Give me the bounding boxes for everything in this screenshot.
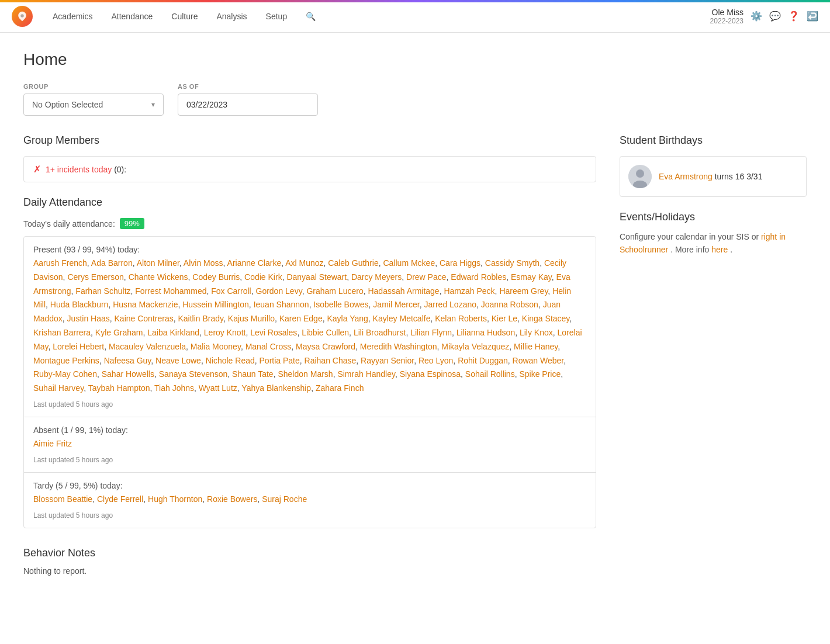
student-link[interactable]: Esmay Kay	[511, 272, 552, 282]
student-link[interactable]: Darcy Meyers	[351, 272, 402, 282]
search-icon[interactable]: 🔍	[302, 8, 319, 25]
student-link[interactable]: Lily Knox	[520, 328, 553, 337]
student-link[interactable]: Rowan Weber	[513, 356, 564, 365]
student-link[interactable]: Callum Mckee	[383, 258, 435, 268]
student-link[interactable]: Hadassah Armitage	[368, 286, 439, 296]
student-link[interactable]: Gordon Levy	[256, 286, 302, 296]
student-link[interactable]: Edward Robles	[451, 272, 506, 282]
student-link[interactable]: Kaine Contreras	[115, 314, 174, 323]
student-link[interactable]: Jarred Lozano	[424, 300, 477, 309]
student-link[interactable]: Alvin Moss	[184, 258, 223, 268]
student-link[interactable]: Forrest Mohammed	[135, 286, 206, 296]
student-link[interactable]: Isobelle Bowes	[313, 300, 368, 309]
student-link[interactable]: Meredith Washington	[360, 342, 437, 351]
student-link[interactable]: Hugh Thornton	[148, 494, 202, 504]
student-link[interactable]: Raihan Chase	[305, 356, 357, 365]
chat-icon[interactable]: 💬	[769, 11, 781, 22]
student-link[interactable]: Mikayla Velazquez	[441, 342, 509, 351]
help-icon[interactable]: ❓	[788, 11, 800, 22]
student-link[interactable]: Libbie Cullen	[302, 328, 349, 337]
student-link[interactable]: Sanaya Stevenson	[159, 369, 228, 379]
student-link[interactable]: Levi Rosales	[250, 328, 297, 337]
asof-input[interactable]	[178, 94, 318, 116]
nav-setup[interactable]: Setup	[258, 7, 296, 26]
student-link[interactable]: Sahar Howells	[102, 369, 154, 379]
student-link[interactable]: Krishan Barrera	[33, 328, 91, 337]
student-link[interactable]: Portia Pate	[260, 356, 300, 365]
back-icon[interactable]: ↩️	[807, 11, 818, 22]
student-link[interactable]: Manal Cross	[245, 342, 292, 351]
nav-culture[interactable]: Culture	[163, 7, 206, 26]
student-link[interactable]: Nichole Read	[206, 356, 255, 365]
student-link[interactable]: Cerys Emerson	[67, 272, 123, 282]
student-link[interactable]: Yahya Blankenship	[241, 383, 311, 393]
student-link[interactable]: Lilian Flynn	[410, 328, 452, 337]
student-link[interactable]: Taybah Hampton	[88, 383, 150, 393]
student-link[interactable]: Kelan Roberts	[435, 314, 487, 323]
student-link[interactable]: Chante Wickens	[129, 272, 188, 282]
student-link[interactable]: Lilianna Hudson	[456, 328, 515, 337]
nav-attendance[interactable]: Attendance	[103, 7, 161, 26]
student-link[interactable]: Joanna Robson	[481, 300, 538, 309]
student-link[interactable]: Kyle Graham	[95, 328, 143, 337]
student-link[interactable]: Rohit Duggan	[458, 356, 508, 365]
gear-icon[interactable]: ⚙️	[751, 11, 762, 22]
student-link[interactable]: Malia Mooney	[191, 342, 241, 351]
student-link[interactable]: Aarush French	[33, 258, 87, 268]
student-link[interactable]: Karen Edge	[279, 314, 323, 323]
student-link[interactable]: Roxie Bowers	[207, 494, 257, 504]
student-link[interactable]: Sohail Rollins	[465, 369, 515, 379]
student-link[interactable]: Jamil Mercer	[373, 300, 419, 309]
birthday-student-link[interactable]: Eva Armstrong	[659, 172, 713, 181]
student-link[interactable]: Kajus Murillo	[228, 314, 275, 323]
student-link[interactable]: Nafeesa Guy	[104, 356, 151, 365]
events-link-here[interactable]: here	[711, 245, 728, 254]
student-link[interactable]: Spike Price	[519, 369, 561, 379]
student-link[interactable]: Hussein Millington	[182, 300, 249, 309]
student-link[interactable]: Kayla Yang	[327, 314, 368, 323]
student-link[interactable]: Leroy Knott	[204, 328, 246, 337]
student-link[interactable]: Reo Lyon	[419, 356, 453, 365]
student-link[interactable]: Zahara Finch	[316, 383, 364, 393]
student-link[interactable]: Shaun Tate	[232, 369, 274, 379]
student-link[interactable]: Alton Milner	[137, 258, 179, 268]
student-link[interactable]: Lili Broadhurst	[354, 328, 406, 337]
student-link[interactable]: Kaitlin Brady	[178, 314, 223, 323]
student-link[interactable]: Tiah Johns	[154, 383, 194, 393]
student-link[interactable]: Kier Le	[492, 314, 517, 323]
student-link[interactable]: Clyde Ferrell	[97, 494, 143, 504]
group-select[interactable]: No Option Selected ▾	[23, 94, 164, 116]
student-link[interactable]: Suraj Roche	[262, 494, 307, 504]
student-link[interactable]: Montague Perkins	[33, 356, 99, 365]
student-link[interactable]: Kinga Stacey	[522, 314, 569, 323]
student-link[interactable]: Wyatt Lutz	[199, 383, 237, 393]
student-link[interactable]: Husna Mackenzie	[113, 300, 178, 309]
student-link[interactable]: Danyaal Stewart	[286, 272, 347, 282]
student-link[interactable]: Lorelei Hebert	[53, 342, 104, 351]
student-link[interactable]: Arianne Clarke	[227, 258, 282, 268]
student-link[interactable]: Ieuan Shannon	[254, 300, 309, 309]
student-link[interactable]: Suhail Harvey	[33, 383, 84, 393]
student-link[interactable]: Hareem Grey	[499, 286, 548, 296]
student-link[interactable]: Maysa Crawford	[296, 342, 355, 351]
student-link[interactable]: Codie Kirk	[244, 272, 282, 282]
student-link[interactable]: Ada Barron	[91, 258, 133, 268]
student-link[interactable]: Kayley Metcalfe	[373, 314, 431, 323]
student-link[interactable]: Huda Blackburn	[50, 300, 109, 309]
student-link[interactable]: Siyana Espinosa	[400, 369, 461, 379]
logo[interactable]	[12, 6, 33, 27]
student-link[interactable]: Sheldon Marsh	[278, 369, 333, 379]
nav-analysis[interactable]: Analysis	[208, 7, 255, 26]
student-link[interactable]: Hamzah Peck	[444, 286, 494, 296]
student-link[interactable]: Cassidy Smyth	[485, 258, 540, 268]
student-link[interactable]: Neave Lowe	[155, 356, 201, 365]
student-link[interactable]: Macauley Valenzuela	[109, 342, 186, 351]
student-link[interactable]: Axl Munoz	[285, 258, 323, 268]
student-link[interactable]: Simrah Handley	[337, 369, 395, 379]
student-link[interactable]: Justin Haas	[67, 314, 110, 323]
student-link[interactable]: Drew Pace	[406, 272, 446, 282]
student-link[interactable]: Millie Haney	[514, 342, 558, 351]
student-link[interactable]: Blossom Beattie	[33, 494, 92, 504]
student-link[interactable]: Farhan Schultz	[75, 286, 130, 296]
student-link[interactable]: Cara Higgs	[440, 258, 480, 268]
